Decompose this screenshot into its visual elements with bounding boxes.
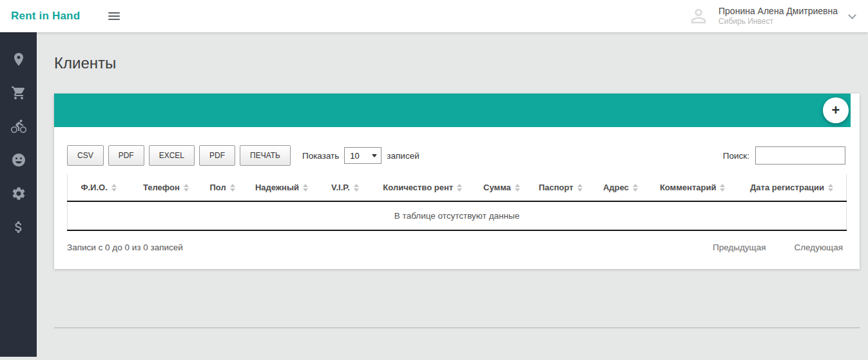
column-header-reliable[interactable]: Надежный (243, 174, 321, 201)
hamburger-menu-icon[interactable] (106, 10, 122, 23)
bottom-divider (54, 327, 860, 328)
search-input[interactable] (755, 146, 845, 165)
user-menu[interactable]: Пронина Алена Дмитриевна Сибирь Инвест (688, 5, 859, 27)
length-suffix-label: записей (387, 151, 419, 161)
table-header-row: Ф.И.О. Телефон Пол Надежный V.I.P. Колич… (68, 174, 847, 201)
pagination: Предыдущая Следующая (713, 243, 847, 252)
previous-page-button[interactable]: Предыдущая (713, 243, 766, 252)
column-header-passport[interactable]: Паспорт (528, 174, 593, 201)
sort-icon (111, 184, 117, 192)
sort-icon (230, 184, 235, 192)
table-footer: Записи с 0 до 0 из 0 записей Предыдущая … (67, 243, 847, 252)
cart-icon[interactable] (11, 85, 26, 101)
clients-card: + CSV PDF EXCEL PDF ПЕЧАТЬ Показать 10 (54, 94, 860, 269)
sort-icon (828, 184, 833, 192)
user-organization: Сибирь Инвест (719, 17, 838, 26)
add-client-button[interactable]: + (823, 97, 849, 123)
main-content: Клиенты + CSV PDF EXCEL PDF ПЕЧАТЬ Показ… (37, 32, 868, 328)
export-excel-button[interactable]: EXCEL (149, 145, 195, 166)
sidebar-nav (0, 32, 37, 357)
clients-table: Ф.И.О. Телефон Пол Надежный V.I.P. Колич… (67, 174, 847, 231)
page-length-control: Показать 10 записей (302, 147, 420, 164)
avatar-icon (688, 5, 709, 27)
next-page-button[interactable]: Следующая (794, 243, 843, 252)
plus-icon: + (832, 103, 840, 117)
sort-icon (457, 184, 462, 192)
column-header-gender[interactable]: Пол (202, 174, 243, 201)
top-header: Rent in Hand Пронина Алена Дмитриевна Си… (0, 0, 868, 32)
column-header-rent-count[interactable]: Количество рент (370, 174, 476, 201)
search-label: Поиск: (723, 151, 749, 161)
dollar-icon[interactable] (11, 219, 26, 235)
export-csv-button[interactable]: CSV (67, 145, 104, 166)
print-button[interactable]: ПЕЧАТЬ (240, 145, 291, 166)
brand-logo[interactable]: Rent in Hand (11, 10, 80, 23)
search-control: Поиск: (723, 146, 847, 165)
length-prefix-label: Показать (302, 151, 339, 161)
page-title: Клиенты (54, 54, 860, 72)
card-accent-bar: + (54, 94, 851, 127)
column-header-reg-date[interactable]: Дата регистрации (737, 174, 846, 201)
face-icon[interactable] (11, 152, 26, 168)
column-header-phone[interactable]: Телефон (130, 174, 202, 201)
empty-message: В таблице отсутствуют данные (68, 201, 847, 230)
sort-icon (354, 184, 359, 192)
empty-row: В таблице отсутствуют данные (68, 201, 847, 230)
place-icon[interactable] (11, 52, 26, 67)
sort-icon (577, 184, 583, 192)
gear-icon[interactable] (11, 186, 26, 201)
page-size-select[interactable]: 10 (344, 147, 381, 164)
export-pdf2-button[interactable]: PDF (199, 145, 235, 166)
records-info: Записи с 0 до 0 из 0 записей (67, 243, 183, 252)
sort-icon (184, 184, 189, 192)
column-header-sum[interactable]: Сумма (476, 174, 528, 201)
column-header-vip[interactable]: V.I.P. (320, 174, 369, 201)
sort-icon (633, 184, 638, 192)
user-name: Пронина Алена Дмитриевна (719, 6, 838, 17)
sort-icon (303, 184, 308, 192)
column-header-fio[interactable]: Ф.И.О. (68, 174, 130, 201)
bike-icon[interactable] (11, 119, 26, 134)
export-pdf-button[interactable]: PDF (108, 145, 144, 166)
column-header-address[interactable]: Адрес (593, 174, 648, 201)
sort-icon (515, 184, 520, 192)
column-header-comment[interactable]: Комментарий (648, 174, 737, 201)
sort-icon (720, 184, 725, 192)
chevron-down-icon (848, 11, 856, 19)
table-toolbar: CSV PDF EXCEL PDF ПЕЧАТЬ Показать 10 (67, 145, 847, 166)
